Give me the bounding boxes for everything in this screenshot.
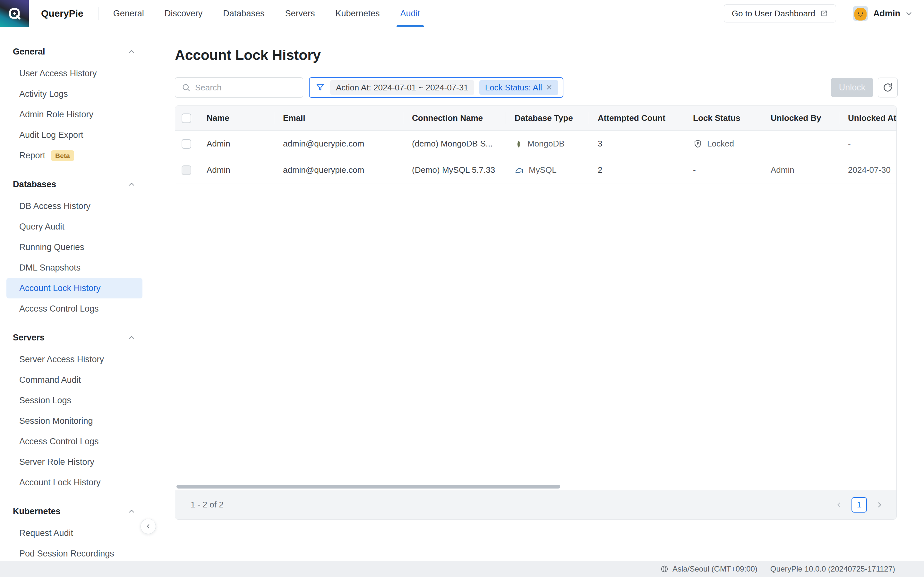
- cell-database-type: MongoDB: [506, 139, 589, 149]
- sidebar-item-db-access-history[interactable]: DB Access History: [0, 196, 148, 216]
- filter-bar: Action At: 2024-07-01 ~ 2024-07-31 Lock …: [309, 77, 564, 98]
- sidebar-item-server-access-control-logs[interactable]: Access Control Logs: [0, 431, 148, 452]
- pagination-prev-icon[interactable]: [835, 501, 843, 509]
- shield-locked-icon: [693, 139, 703, 149]
- cell-email: admin@querypie.com: [274, 165, 403, 175]
- external-link-icon: [820, 9, 828, 18]
- sidebar-item-session-monitoring[interactable]: Session Monitoring: [0, 411, 148, 431]
- chevron-up-icon: [128, 507, 136, 516]
- chevron-left-icon: [145, 523, 152, 530]
- cell-unlocked-at: 2024-07-30: [839, 165, 897, 175]
- sidebar-item-pod-session-recordings[interactable]: Pod Session Recordings: [0, 543, 148, 561]
- sidebar-item-server-account-lock-history[interactable]: Account Lock History: [0, 472, 148, 493]
- go-to-user-dashboard-button[interactable]: Go to User Dashboard: [724, 5, 836, 23]
- sidebar-item-server-access-history[interactable]: Server Access History: [0, 349, 148, 370]
- section-label: Kubernetes: [13, 506, 61, 516]
- top-bar: QueryPie General Discovery Databases Ser…: [0, 0, 924, 27]
- querypie-logo-mark-icon: [7, 6, 22, 21]
- sidebar-item-user-access-history[interactable]: User Access History: [0, 63, 148, 84]
- controls-row: Action At: 2024-07-01 ~ 2024-07-31 Lock …: [175, 77, 898, 98]
- sidebar-item-label: Report: [19, 151, 45, 161]
- filter-chip-label: Lock Status: All: [485, 83, 542, 93]
- row-checkbox[interactable]: [182, 139, 191, 149]
- avatar: [853, 6, 868, 21]
- sidebar-items-general: User Access History Activity Logs Admin …: [0, 63, 148, 166]
- search-input[interactable]: [195, 83, 296, 93]
- cell-connection-name: (demo) MongoDB S...: [403, 139, 506, 149]
- col-lock-status: Lock Status: [684, 106, 762, 131]
- sidebar-section-databases[interactable]: Databases: [0, 177, 148, 192]
- mysql-icon: [515, 165, 524, 175]
- pagination-page-1[interactable]: 1: [851, 497, 867, 513]
- sidebar-items-servers: Server Access History Command Audit Sess…: [0, 349, 148, 493]
- unlock-button[interactable]: Unlock: [831, 78, 873, 97]
- querypie-logo[interactable]: [0, 0, 29, 27]
- chevron-up-icon: [128, 47, 136, 56]
- table-header-row: Name Email Connection Name Database Type…: [175, 106, 897, 131]
- filter-chip-lock-status[interactable]: Lock Status: All ✕: [479, 80, 558, 95]
- chevron-down-icon: [905, 9, 913, 18]
- pagination-controls: 1: [835, 497, 884, 513]
- status-footer: Asia/Seoul (GMT+09:00) QueryPie 10.0.0 (…: [0, 561, 924, 577]
- sidebar-section-general[interactable]: General: [0, 44, 148, 59]
- user-menu[interactable]: Admin: [853, 6, 913, 21]
- col-unlocked-by: Unlocked By: [762, 106, 839, 131]
- nav-servers[interactable]: Servers: [285, 0, 315, 27]
- brand-name: QueryPie: [41, 8, 83, 19]
- filter-funnel-icon[interactable]: [315, 83, 325, 92]
- refresh-button[interactable]: [878, 77, 898, 97]
- pagination-next-icon[interactable]: [875, 501, 884, 509]
- sidebar-item-query-audit[interactable]: Query Audit: [0, 216, 148, 237]
- sidebar-item-server-role-history[interactable]: Server Role History: [0, 452, 148, 472]
- table-row: Admin admin@querypie.com (Demo) MySQL 5.…: [175, 157, 897, 183]
- horizontal-scrollbar-thumb[interactable]: [176, 485, 560, 488]
- timezone: Asia/Seoul (GMT+09:00): [660, 564, 758, 574]
- cell-connection-name: (Demo) MySQL 5.7.33: [403, 165, 506, 175]
- page-title: Account Lock History: [175, 47, 898, 63]
- cell-unlocked-by: Admin: [762, 165, 839, 175]
- cell-database-type: MySQL: [506, 165, 589, 175]
- sidebar-collapse-button[interactable]: [141, 519, 156, 534]
- col-connection-name: Connection Name: [403, 106, 506, 131]
- row-checkbox-disabled: [182, 165, 191, 175]
- sidebar-section-kubernetes[interactable]: Kubernetes: [0, 504, 148, 519]
- nav-databases[interactable]: Databases: [223, 0, 264, 27]
- sidebar-item-command-audit[interactable]: Command Audit: [0, 370, 148, 390]
- chevron-up-icon: [128, 334, 136, 342]
- cell-attempted-count: 2: [589, 165, 684, 175]
- sidebar-item-account-lock-history-active[interactable]: Account Lock History: [6, 278, 142, 298]
- table-row: Admin admin@querypie.com (demo) MongoDB …: [175, 131, 897, 157]
- sidebar-item-report[interactable]: Report Beta: [0, 145, 148, 166]
- cell-lock-status: -: [684, 165, 762, 175]
- search-icon: [182, 83, 191, 92]
- horizontal-scrollbar: [176, 484, 895, 489]
- account-lock-table: Name Email Connection Name Database Type…: [175, 105, 897, 520]
- col-database-type: Database Type: [506, 106, 589, 131]
- pagination-bar: 1 - 2 of 2 1: [175, 490, 897, 519]
- cell-email: admin@querypie.com: [274, 139, 403, 149]
- cell-unlocked-at: -: [839, 139, 897, 149]
- filter-chip-action-at[interactable]: Action At: 2024-07-01 ~ 2024-07-31: [330, 80, 474, 95]
- col-unlocked-at: Unlocked At: [839, 106, 897, 131]
- cell-name: Admin: [198, 139, 274, 149]
- sidebar-item-audit-log-export[interactable]: Audit Log Export: [0, 125, 148, 145]
- sidebar-item-activity-logs[interactable]: Activity Logs: [0, 84, 148, 104]
- sidebar-items-databases: DB Access History Query Audit Running Qu…: [0, 196, 148, 319]
- nav-general[interactable]: General: [113, 0, 144, 27]
- nav-discovery[interactable]: Discovery: [165, 0, 203, 27]
- sidebar-section-servers[interactable]: Servers: [0, 330, 148, 345]
- sidebar-item-running-queries[interactable]: Running Queries: [0, 237, 148, 258]
- cell-lock-status: Locked: [684, 139, 762, 149]
- select-all-checkbox[interactable]: [182, 113, 191, 123]
- close-icon[interactable]: ✕: [546, 84, 552, 91]
- sidebar-item-admin-role-history[interactable]: Admin Role History: [0, 104, 148, 125]
- chevron-up-icon: [128, 180, 136, 189]
- dashboard-button-label: Go to User Dashboard: [732, 9, 815, 19]
- sidebar-item-dml-snapshots[interactable]: DML Snapshots: [0, 258, 148, 278]
- sidebar-item-request-audit[interactable]: Request Audit: [0, 523, 148, 543]
- section-label: General: [13, 47, 45, 57]
- sidebar-item-session-logs[interactable]: Session Logs: [0, 390, 148, 411]
- sidebar-item-access-control-logs[interactable]: Access Control Logs: [0, 298, 148, 319]
- nav-kubernetes[interactable]: Kubernetes: [335, 0, 380, 27]
- nav-audit[interactable]: Audit: [401, 0, 420, 27]
